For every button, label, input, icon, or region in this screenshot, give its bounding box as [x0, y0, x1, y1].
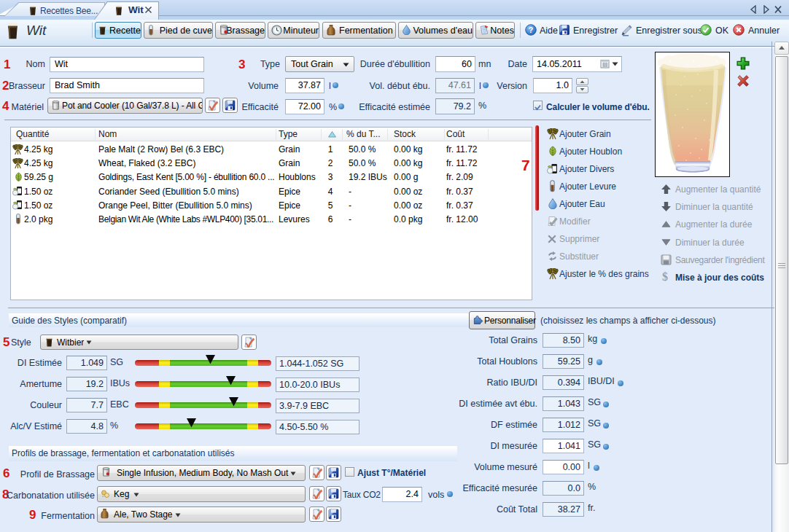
svg-text:?: ?	[529, 26, 533, 34]
